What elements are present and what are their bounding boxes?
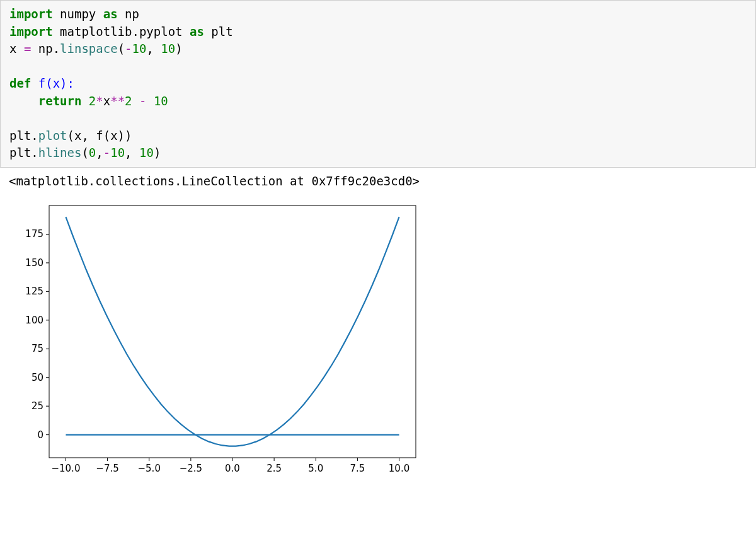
code-line-4: def f(x): — [9, 76, 74, 90]
x-tick-label: 10.0 — [389, 463, 410, 474]
parabola-chart: 0255075100125150175−10.0−7.5−5.0−2.50.02… — [9, 197, 425, 487]
y-tick-label: 125 — [25, 286, 43, 297]
x-tick-label: −2.5 — [180, 463, 202, 474]
code-line-7: plt.hlines(0,-10, 10) — [9, 146, 161, 160]
y-tick-label: 150 — [25, 257, 43, 269]
code-line-3: x = np.linspace(-10, 10) — [9, 42, 183, 55]
y-tick-label: 100 — [25, 315, 43, 326]
y-tick-label: 175 — [25, 228, 43, 240]
code-line-2: import matplotlib.pyplot as plt — [9, 25, 233, 38]
code-line-6: plt.plot(x, f(x)) — [9, 129, 132, 142]
x-tick-label: −5.0 — [138, 463, 161, 474]
y-tick-label: 0 — [37, 429, 43, 441]
output-repr: <matplotlib.collections.LineCollection a… — [0, 168, 756, 190]
code-line-1: import numpy as np — [9, 7, 139, 21]
x-tick-label: 2.5 — [266, 463, 282, 474]
x-tick-label: −10.0 — [51, 463, 80, 474]
x-tick-label: 7.5 — [350, 463, 365, 474]
y-tick-label: 75 — [32, 343, 43, 354]
code-line-5: return 2*x**2 - 10 — [9, 94, 168, 108]
x-tick-label: −7.5 — [96, 463, 118, 474]
y-tick-label: 50 — [32, 372, 43, 383]
x-tick-label: 5.0 — [308, 463, 323, 474]
code-cell: import numpy as np import matplotlib.pyp… — [0, 0, 756, 168]
parabola-curve — [66, 217, 399, 446]
axes-frame — [49, 206, 416, 458]
x-tick-label: 0.0 — [225, 463, 240, 474]
chart-output: 0255075100125150175−10.0−7.5−5.0−2.50.02… — [0, 190, 756, 493]
y-tick-label: 25 — [32, 400, 43, 412]
